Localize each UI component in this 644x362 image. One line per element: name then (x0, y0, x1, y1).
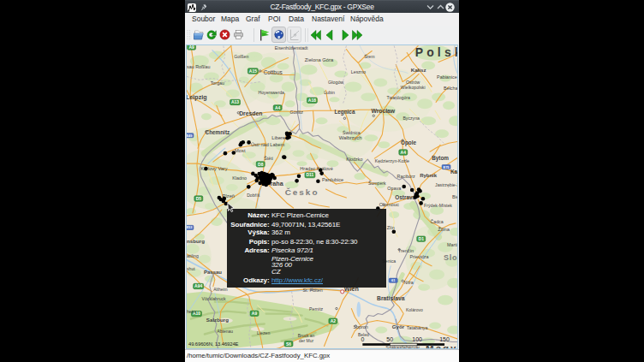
svg-text:Zielona Góra: Zielona Góra (305, 57, 334, 62)
svg-text:Golßen: Golßen (234, 54, 248, 59)
svg-text:Pardubice: Pardubice (322, 177, 343, 182)
svg-text:Štětí: Štětí (264, 156, 273, 161)
svg-text:Vöcklabruck: Vöcklabruck (202, 296, 227, 301)
svg-text:Śrem: Śrem (364, 53, 374, 59)
svg-text:Torgau: Torgau (211, 80, 224, 86)
svg-text:Abtenau: Abtenau (218, 329, 234, 335)
svg-text:Świdnica: Świdnica (343, 129, 361, 135)
svg-text:D8: D8 (258, 162, 264, 167)
svg-text:Wrocław: Wrocław (371, 108, 395, 114)
svg-text:A13: A13 (231, 99, 239, 104)
svg-text:0: 0 (361, 336, 364, 342)
svg-text:Kolárovo: Kolárovo (406, 307, 423, 312)
svg-text:Altheim: Altheim (213, 287, 228, 292)
svg-text:50: 50 (386, 336, 393, 342)
svg-text:Šumperk: Šumperk (368, 181, 386, 186)
svg-text:Čadca: Čadca (431, 219, 444, 224)
svg-text:Dresden: Dresden (239, 110, 262, 116)
svg-text:Prievidza: Prievidza (409, 254, 428, 259)
svg-text:Passau: Passau (204, 270, 222, 275)
svg-text:A18: A18 (308, 98, 316, 103)
svg-text:Ústí nad Labem: Ústí nad Labem (251, 142, 285, 147)
svg-text:Cottbus: Cottbus (264, 69, 283, 75)
svg-text:Ostrów: Ostrów (406, 80, 420, 85)
svg-text:100: 100 (412, 336, 422, 342)
svg-text:Beled: Beled (358, 332, 369, 337)
svg-text:Dobříš: Dobříš (247, 193, 260, 198)
svg-text:Racibórz: Racibórz (397, 174, 416, 179)
svg-text:Liezen: Liezen (257, 330, 270, 335)
svg-text:Ostrava: Ostrava (395, 194, 415, 200)
svg-text:S6: S6 (286, 341, 291, 347)
svg-text:Polska: Polska (415, 45, 458, 59)
svg-text:Bielsko-Biała: Bielsko-Biała (452, 194, 458, 199)
svg-text:Slovensko: Slovensko (444, 253, 458, 262)
svg-text:Opole: Opole (401, 139, 416, 146)
svg-text:Hoyerswerda: Hoyerswerda (258, 90, 284, 95)
svg-text:Opava: Opava (387, 186, 401, 191)
svg-text:Katowice: Katowice (450, 169, 458, 175)
svg-text:Most: Most (235, 148, 246, 153)
svg-text:Pernitz: Pernitz (309, 306, 324, 312)
svg-text:Wałbrzych: Wałbrzych (339, 135, 362, 140)
svg-text:Olomouc: Olomouc (379, 202, 399, 207)
svg-text:Lubin: Lubin (324, 90, 335, 95)
svg-text:Leszno: Leszno (351, 69, 366, 74)
svg-text:A2: A2 (331, 318, 337, 323)
svg-text:Tatabánya: Tatabánya (407, 325, 428, 330)
svg-text:Kladno: Kladno (232, 175, 247, 181)
svg-text:Byczyna: Byczyna (402, 116, 420, 121)
svg-text:heim: heim (187, 309, 196, 314)
svg-text:Hradec Králové: Hradec Králové (300, 166, 332, 171)
svg-text:49.69606N, 13.46924E: 49.69606N, 13.46924E (188, 341, 239, 347)
svg-text:Bytom: Bytom (432, 155, 449, 162)
svg-text:A15: A15 (249, 68, 257, 74)
svg-text:shut: shut (187, 266, 195, 271)
svg-text:Wielkopolski: Wielkopolski (401, 85, 426, 90)
svg-text:E53: E53 (187, 225, 193, 229)
svg-text:Nitra: Nitra (404, 280, 414, 285)
svg-text:A9: A9 (188, 45, 194, 50)
svg-text:sau Roßlau: sau Roßlau (187, 64, 210, 69)
svg-text:Kalisz: Kalisz (411, 67, 426, 73)
svg-text:Chemnitz: Chemnitz (206, 129, 230, 135)
svg-text:der Mur: der Mur (299, 338, 313, 343)
svg-text:Głogów: Głogów (328, 80, 343, 85)
svg-text:Frýdek-Místek: Frýdek-Místek (424, 203, 452, 208)
svg-text:A4: A4 (401, 150, 407, 155)
svg-text:A9: A9 (252, 311, 258, 316)
svg-text:150: 150 (439, 336, 450, 342)
svg-text:Legnica: Legnica (334, 109, 355, 116)
svg-text:A94: A94 (194, 283, 202, 288)
svg-text:Rybnik: Rybnik (420, 173, 438, 178)
svg-text:E49: E49 (187, 134, 193, 138)
svg-text:Bratislava: Bratislava (377, 295, 405, 301)
svg-text:nsburg: nsburg (187, 238, 205, 244)
svg-text:Magyarorsz: Magyarorsz (426, 343, 458, 349)
svg-text:Eisenhüttenstadt: Eisenhüttenstadt (275, 45, 308, 50)
svg-text:Salzburg: Salzburg (206, 317, 229, 323)
svg-text:Jastrzębie-Zdrój: Jastrzębie-Zdrój (435, 182, 458, 187)
svg-text:Kędzierzyn-Koźle: Kędzierzyn-Koźle (375, 158, 409, 163)
svg-text:Twardogóra: Twardogóra (387, 95, 410, 100)
svg-text:Görlitz: Görlitz (290, 110, 304, 115)
svg-text:A4: A4 (275, 105, 281, 110)
svg-text:E75: E75 (444, 165, 450, 169)
svg-text:D1: D1 (419, 236, 425, 241)
svg-text:Pabianice: Pabianice (437, 74, 457, 80)
svg-text:D5: D5 (196, 196, 202, 201)
svg-text:Győr: Győr (392, 323, 405, 329)
svg-text:Česko: Česko (285, 187, 319, 197)
svg-text:D11: D11 (307, 172, 314, 177)
svg-text:Kłodzko: Kłodzko (346, 157, 362, 162)
svg-text:Liberec: Liberec (271, 135, 288, 140)
svg-text:Martin: Martin (447, 242, 458, 247)
svg-text:Žilina: Žilina (438, 226, 450, 232)
svg-text:Bełchatów: Bełchatów (444, 86, 458, 91)
svg-text:attling: attling (187, 253, 199, 258)
svg-text:Leipzig: Leipzig (187, 94, 207, 101)
